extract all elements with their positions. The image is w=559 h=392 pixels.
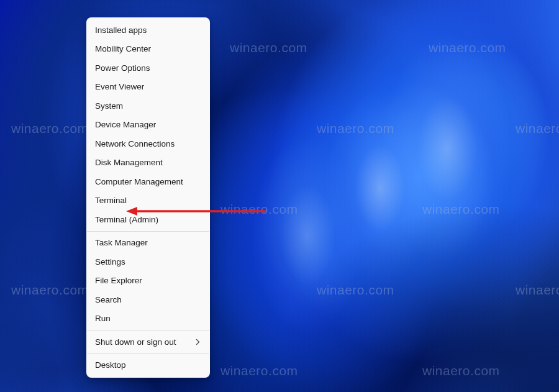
menu-separator [87,353,209,354]
menu-item-desktop[interactable]: Desktop [86,356,210,375]
menu-item-terminal[interactable]: Terminal [86,191,210,211]
menu-separator [87,330,209,330]
menu-item-task-manager[interactable]: Task Manager [86,234,210,253]
menu-item-label: Shut down or sign out [95,337,176,347]
menu-item-terminal-admin[interactable]: Terminal (Admin) [86,210,210,229]
menu-item-label: Terminal (Admin) [95,215,158,225]
menu-item-system[interactable]: System [86,96,210,116]
menu-item-label: Run [95,314,111,324]
menu-item-power-options[interactable]: Power Options [86,58,210,78]
menu-item-network-connections[interactable]: Network Connections [86,134,210,153]
menu-item-installed-apps[interactable]: Installed apps [86,21,210,40]
menu-item-label: Device Manager [95,120,156,130]
menu-item-label: Task Manager [95,238,148,248]
menu-item-label: Event Viewer [95,82,144,92]
menu-item-label: Desktop [95,360,126,370]
chevron-right-icon [194,339,201,345]
menu-item-computer-management[interactable]: Computer Management [86,172,210,191]
menu-item-label: System [95,101,123,111]
menu-item-label: Search [95,295,122,305]
menu-item-label: Power Options [95,63,150,73]
menu-item-file-explorer[interactable]: File Explorer [86,271,210,291]
menu-item-label: Mobility Center [95,44,151,54]
menu-item-disk-management[interactable]: Disk Management [86,153,210,173]
menu-item-settings[interactable]: Settings [86,252,210,271]
menu-item-label: Installed apps [95,25,147,35]
menu-item-label: Disk Management [95,158,163,168]
menu-item-label: Network Connections [95,139,175,149]
menu-item-mobility-center[interactable]: Mobility Center [86,40,210,59]
menu-item-label: Settings [95,257,125,267]
winx-context-menu[interactable]: Installed appsMobility CenterPower Optio… [86,17,210,378]
desktop-wallpaper [0,0,559,392]
menu-item-label: Computer Management [95,177,183,187]
menu-separator [87,231,209,232]
menu-item-device-manager[interactable]: Device Manager [86,116,210,135]
menu-item-search[interactable]: Search [86,290,210,309]
menu-item-run[interactable]: Run [86,309,210,329]
menu-item-event-viewer[interactable]: Event Viewer [86,78,210,97]
menu-item-shut-down[interactable]: Shut down or sign out [86,332,210,352]
menu-item-label: Terminal [95,196,127,206]
menu-item-label: File Explorer [95,276,142,286]
